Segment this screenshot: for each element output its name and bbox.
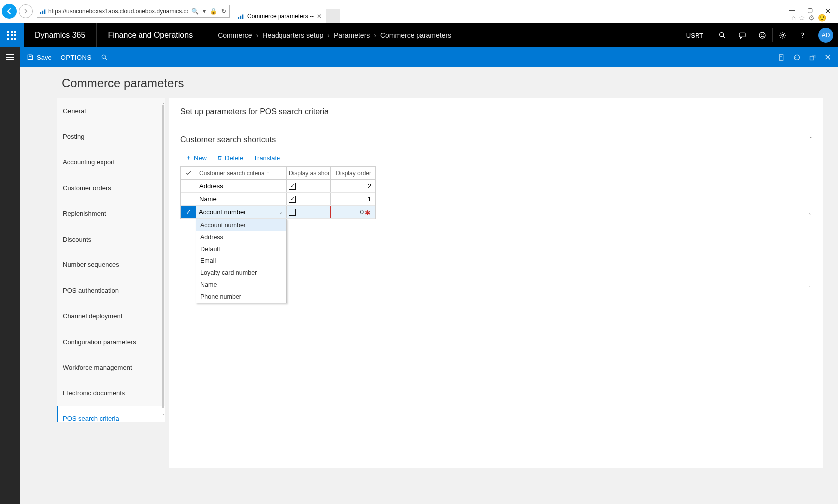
gear-icon[interactable] [773, 23, 793, 47]
svg-rect-3 [238, 17, 239, 19]
favorite-icon[interactable]: ☆ [799, 14, 805, 22]
url-lock-icon: 🔒 [210, 8, 217, 15]
svg-line-7 [723, 36, 725, 38]
messages-icon[interactable] [732, 23, 752, 47]
svg-point-11 [763, 34, 763, 35]
home-icon[interactable]: ⌂ [792, 14, 796, 22]
chevron-right-icon: › [374, 31, 376, 39]
product-name[interactable]: Dynamics 365 [24, 31, 96, 40]
svg-rect-2 [44, 10, 45, 14]
search-icon[interactable] [712, 23, 732, 47]
browser-status-icons: ⌂ ☆ ⚙ 🙂 [792, 14, 833, 22]
avatar[interactable]: AD [818, 28, 833, 43]
svg-rect-0 [40, 12, 41, 14]
browser-back-button[interactable] [2, 4, 17, 19]
chevron-right-icon: › [256, 31, 259, 39]
url-text: https://usnconeboxax1aos.cloud.onebox.dy… [48, 8, 188, 15]
url-controls: 🔍 ▾ 🔒 ↻ [188, 8, 229, 15]
svg-rect-5 [242, 14, 243, 19]
settings-gear-icon[interactable]: ⚙ [808, 14, 815, 22]
tab-site-icon [237, 13, 244, 20]
browser-forward-button[interactable] [19, 4, 33, 18]
svg-point-12 [782, 34, 784, 36]
browser-chrome: https://usnconeboxax1aos.cloud.onebox.dy… [0, 0, 838, 23]
breadcrumb-item[interactable]: Commerce [218, 31, 252, 39]
svg-point-9 [759, 32, 765, 38]
header-right: USRT AD [677, 23, 838, 47]
feedback-smile-icon[interactable]: 🙂 [818, 14, 826, 22]
tab-title: Commerce parameters -- [247, 13, 314, 20]
breadcrumb-item[interactable]: Commerce parameters [380, 31, 451, 39]
breadcrumb-item[interactable]: Headquarters setup [262, 31, 323, 39]
chevron-right-icon: › [327, 31, 330, 39]
svg-rect-1 [42, 11, 43, 14]
tab-close-icon[interactable]: ✕ [317, 13, 322, 20]
breadcrumb: Commerce › Headquarters setup › Paramete… [204, 31, 451, 39]
url-dropdown-icon[interactable]: ▾ [203, 8, 206, 15]
divider [813, 28, 813, 42]
svg-point-13 [802, 37, 803, 38]
svg-point-6 [720, 33, 724, 37]
module-name[interactable]: Finance and Operations [97, 31, 204, 40]
svg-rect-4 [240, 15, 241, 18]
smile-feedback-icon[interactable] [752, 23, 772, 47]
browser-tab[interactable]: Commerce parameters -- ✕ [233, 9, 326, 23]
svg-point-10 [761, 34, 761, 35]
app-launcher-button[interactable] [0, 23, 24, 47]
breadcrumb-item[interactable]: Parameters [334, 31, 370, 39]
url-search-icon[interactable]: 🔍 [191, 8, 199, 15]
company-picker[interactable]: USRT [677, 32, 712, 39]
new-tab-button[interactable] [326, 9, 340, 23]
site-icon [37, 8, 48, 15]
svg-rect-8 [739, 33, 745, 37]
url-refresh-icon[interactable]: ↻ [221, 8, 226, 15]
url-bar[interactable]: https://usnconeboxax1aos.cloud.onebox.dy… [37, 5, 230, 18]
waffle-icon [7, 31, 16, 40]
global-header: Dynamics 365 Finance and Operations Comm… [0, 23, 838, 47]
help-icon[interactable] [793, 23, 813, 47]
